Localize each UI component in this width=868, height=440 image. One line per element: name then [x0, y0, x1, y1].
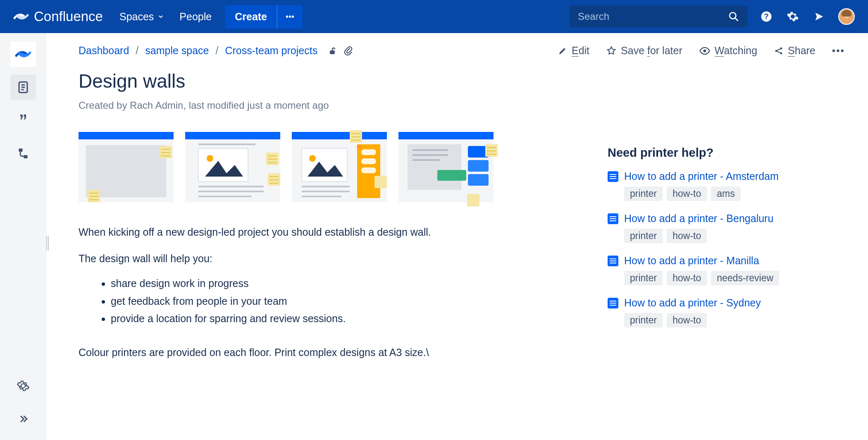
watching-button[interactable]: Watching: [699, 45, 757, 57]
help-icon: ?: [760, 10, 773, 23]
related-link[interactable]: How to add a printer - Sydney: [624, 297, 761, 309]
breadcrumbs: Dashboard / sample space / Cross-team pr…: [79, 45, 353, 57]
create-button[interactable]: Create: [225, 5, 277, 29]
content-column: Design walls Created by Rach Admin, last…: [79, 57, 575, 360]
sidebar-collapse-handle[interactable]: [46, 236, 49, 251]
chevron-down-icon: [157, 13, 165, 20]
create-group: Create •••: [225, 5, 303, 29]
watching-label: Watching: [715, 45, 757, 57]
svg-point-62: [357, 144, 362, 149]
page-icon: [608, 256, 618, 266]
page-actions: Edit Save for later Watching: [558, 45, 845, 57]
top-nav: Confluence Spaces People Create ••• ?: [0, 0, 868, 33]
tag[interactable]: how-to: [667, 229, 707, 243]
tag[interactable]: how-to: [667, 313, 707, 328]
tag[interactable]: needs-review: [711, 271, 779, 285]
save-for-later-button[interactable]: Save for later: [606, 45, 682, 57]
confluence-small-icon: [15, 46, 31, 62]
pencil-icon: [558, 46, 568, 56]
nav-spaces[interactable]: Spaces: [119, 11, 165, 23]
main-area: Dashboard / sample space / Cross-team pr…: [46, 33, 868, 440]
attachment-icon[interactable]: [343, 46, 353, 56]
paragraph-2: The design wall will help you:: [79, 251, 575, 267]
hero-illustration: [79, 129, 515, 207]
gear-icon: [17, 380, 29, 392]
user-avatar[interactable]: [838, 8, 855, 25]
share-button[interactable]: Share: [774, 45, 816, 57]
svg-rect-65: [408, 144, 461, 190]
svg-rect-70: [468, 160, 489, 172]
related-item: How to add a printer - Manillaprinterhow…: [608, 255, 839, 285]
tag[interactable]: how-to: [667, 271, 707, 285]
related-item: How to add a printer - Sydneyprinterhow-…: [608, 297, 839, 328]
svg-rect-9: [24, 155, 27, 158]
tag[interactable]: ams: [711, 187, 740, 201]
svg-rect-19: [86, 145, 166, 197]
tag[interactable]: printer: [624, 229, 663, 243]
rail-settings[interactable]: [10, 373, 36, 399]
related-link[interactable]: How to add a printer - Manilla: [624, 255, 759, 267]
crumb-space[interactable]: sample space: [145, 45, 209, 57]
related-item: How to add a printer - Bengaluruprinterh…: [608, 213, 839, 243]
svg-rect-71: [468, 174, 489, 186]
svg-line-16: [777, 51, 780, 53]
nav-spaces-label: Spaces: [119, 11, 154, 23]
edit-button[interactable]: Edit: [558, 45, 589, 57]
related-link[interactable]: How to add a printer - Bengaluru: [624, 213, 773, 225]
rail-tree[interactable]: [10, 141, 36, 166]
eye-icon: [699, 45, 711, 57]
related-sidebar: Need printer help? How to add a printer …: [608, 57, 839, 360]
tag[interactable]: printer: [624, 187, 663, 201]
tag[interactable]: how-to: [667, 187, 707, 201]
tag-row: printerhow-to: [624, 229, 839, 243]
star-icon: [606, 45, 617, 56]
search-input[interactable]: [578, 11, 728, 22]
gear-icon: [787, 10, 799, 23]
svg-rect-18: [79, 132, 174, 139]
svg-rect-29: [185, 132, 280, 139]
rail-space-icon[interactable]: [10, 41, 36, 67]
edit-label: Edit: [572, 45, 589, 57]
nav-links: Spaces People: [119, 11, 212, 23]
rail-blog[interactable]: ”: [10, 108, 36, 133]
rail-expand[interactable]: [10, 406, 36, 432]
page-icon: [608, 298, 618, 308]
paragraph-1: When kicking off a new design-led projec…: [79, 225, 575, 240]
page-icon: [16, 80, 30, 94]
page-header: Dashboard / sample space / Cross-team pr…: [79, 45, 845, 57]
app-logo[interactable]: Confluence: [13, 9, 103, 24]
search-box[interactable]: [570, 6, 747, 27]
settings-button[interactable]: [785, 9, 800, 24]
svg-rect-48: [361, 149, 376, 155]
svg-point-52: [309, 155, 316, 162]
svg-rect-72: [437, 170, 466, 181]
svg-line-15: [777, 49, 780, 50]
confluence-logo-icon: [13, 9, 29, 24]
svg-point-11: [703, 49, 706, 52]
left-rail: ”: [0, 33, 46, 440]
more-actions-button[interactable]: •••: [832, 45, 845, 57]
help-button[interactable]: ?: [759, 9, 774, 24]
crumb-parent[interactable]: Cross-team projects: [225, 45, 317, 57]
restrictions-icon[interactable]: [327, 46, 337, 56]
svg-rect-64: [398, 132, 494, 139]
share-label: Share: [788, 45, 816, 57]
notifications-button[interactable]: [812, 9, 827, 24]
topnav-right: ?: [570, 6, 855, 27]
related-link[interactable]: How to add a printer - Amsterdam: [624, 170, 779, 182]
nav-people[interactable]: People: [179, 11, 212, 23]
nav-people-label: People: [179, 11, 212, 23]
tag[interactable]: printer: [624, 271, 663, 285]
sidebar-heading: Need printer help?: [608, 146, 839, 160]
tag-row: printerhow-to: [624, 313, 839, 328]
tag[interactable]: printer: [624, 313, 663, 328]
svg-rect-8: [19, 148, 22, 152]
rail-pages[interactable]: [10, 74, 36, 100]
page-icon: [608, 213, 618, 224]
crumb-dashboard[interactable]: Dashboard: [79, 45, 129, 57]
create-more-button[interactable]: •••: [277, 5, 303, 29]
quote-icon: ”: [19, 116, 27, 124]
svg-rect-58: [374, 176, 387, 188]
ellipsis-icon: •••: [286, 12, 294, 21]
svg-line-1: [735, 18, 738, 21]
